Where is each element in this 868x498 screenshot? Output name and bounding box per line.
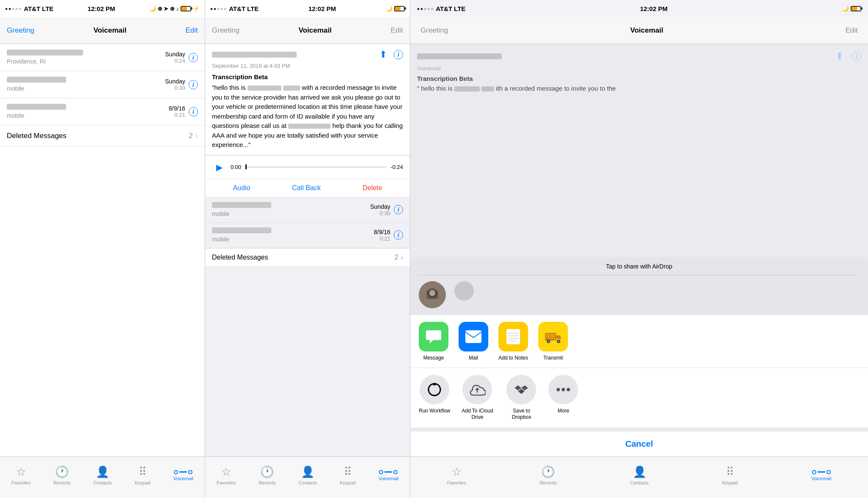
info-button[interactable]: i — [189, 80, 198, 89]
star-icon: ☆ — [221, 465, 231, 479]
info-button[interactable]: i — [189, 53, 198, 62]
tab-recents-mid[interactable]: 🕐 Recents — [259, 465, 275, 485]
info-button[interactable]: i — [394, 205, 403, 214]
voicemail-list-left: Providence, RI Sunday 0:24 i mobile Sund… — [0, 44, 205, 456]
deleted-messages-row-mid[interactable]: Deleted Messages 2 › — [205, 248, 410, 266]
info-button[interactable]: i — [189, 107, 198, 116]
tab-contacts-mid[interactable]: 👤 Contacts — [298, 465, 317, 485]
list-item[interactable]: mobile 8/9/16 0:21 i — [0, 98, 205, 125]
tab-recents-r[interactable]: 🕐 Recents — [540, 465, 556, 485]
tab-favorites-mid[interactable]: ☆ Favorites — [217, 465, 236, 485]
tab-favorites[interactable]: ☆ Favorites — [11, 465, 31, 485]
tab-favorites-r[interactable]: ☆ Favorites — [447, 465, 466, 485]
share-app-transmit[interactable]: Transmit — [538, 322, 568, 361]
caller-type: mobile — [7, 85, 24, 92]
cancel-button[interactable]: Cancel — [410, 432, 868, 456]
middle-list: mobile Sunday 0:30 i mobile 8/9/16 0:21 … — [205, 197, 410, 457]
svg-point-14 — [558, 340, 559, 342]
action-bar: Audio Call Back Delete — [205, 179, 410, 197]
transcription-label: Transcription Beta — [212, 73, 403, 80]
tab-contacts[interactable]: 👤 Contacts — [93, 465, 111, 485]
carrier-name: AT&T — [24, 5, 40, 12]
airdrop-person-1[interactable] — [419, 281, 446, 308]
share-button[interactable]: ⬆ — [379, 49, 387, 60]
person-icon: 👤 — [96, 465, 109, 479]
delete-button[interactable]: Delete — [362, 184, 382, 192]
deleted-label-mid: Deleted Messages — [212, 254, 268, 261]
tab-contacts-r[interactable]: 👤 Contacts — [630, 465, 648, 485]
clock-icon: 🕐 — [55, 465, 69, 479]
deleted-messages-row[interactable]: Deleted Messages 2 › — [0, 125, 205, 147]
vm-cir-l — [812, 470, 816, 474]
tab-recents[interactable]: 🕐 Recents — [53, 465, 70, 485]
airdrop-person-2[interactable] — [454, 281, 474, 301]
airdrop-avatar-1 — [419, 281, 446, 308]
share-app-mail[interactable]: Mail — [459, 322, 488, 361]
vm-duration: 0:24 — [165, 58, 185, 64]
tab-label-vm-r: Voicemail — [811, 476, 831, 481]
right-panel: ●●○○○ AT&T LTE 12:02 PM 🌙 Greeting Voice… — [410, 0, 868, 498]
edit-r[interactable]: Edit — [846, 26, 858, 35]
blurred-text-1 — [248, 86, 281, 91]
status-right: 🌙 ⊕ ➤ ⊕ ♪ ⚡ — [149, 6, 200, 12]
play-button[interactable]: ▶ — [212, 160, 226, 174]
icloud-svg — [469, 383, 486, 396]
carrier-r: AT&T — [436, 5, 452, 12]
share-action-more[interactable]: More — [548, 375, 578, 421]
audio-button[interactable]: Audio — [233, 184, 250, 192]
greeting-link[interactable]: Greeting — [7, 26, 34, 35]
notes-app-icon — [498, 322, 528, 351]
vm-info: mobile — [212, 227, 374, 243]
progress-bar[interactable] — [245, 166, 386, 168]
status-left-right: ●●○○○ AT&T LTE — [417, 5, 465, 12]
list-item[interactable]: Providence, RI Sunday 0:24 i — [0, 44, 205, 71]
list-item[interactable]: mobile 8/9/16 0:21 i — [205, 223, 410, 248]
speech-bubble-svg — [425, 328, 442, 345]
left-panel: ●●○○○ AT&T LTE 12:02 PM 🌙 ⊕ ➤ ⊕ ♪ ⚡ Gree… — [0, 0, 205, 498]
callback-button[interactable]: Call Back — [292, 184, 321, 192]
chevron-icon-mid: › — [401, 254, 403, 261]
mail-app-icon — [459, 322, 488, 351]
edit-button-mid[interactable]: Edit — [391, 26, 403, 35]
action-label-icloud: Add To iCloud Drive — [460, 408, 494, 421]
tab-keypad-r[interactable]: ⠿ Keypad — [722, 465, 738, 485]
tab-bar-middle: ☆ Favorites 🕐 Recents 👤 Contacts ⠿ Keypa… — [205, 456, 410, 498]
icons-r: 🌙 — [842, 6, 861, 12]
behind-transcription-label: Transcription Beta — [417, 75, 861, 82]
share-action-dropbox[interactable]: Save to Dropbox — [504, 375, 538, 421]
vm-duration: 0:30 — [165, 85, 185, 91]
action-label-dropbox: Save to Dropbox — [504, 408, 538, 421]
more-icon — [548, 375, 578, 404]
share-app-message[interactable]: Message — [419, 322, 448, 361]
status-time: 12:02 PM — [88, 5, 115, 12]
airdrop-label: Tap to share with AirDrop — [419, 263, 860, 275]
list-item[interactable]: mobile Sunday 0:30 i — [0, 71, 205, 98]
action-label-more: More — [558, 408, 569, 415]
share-app-label-transmit: Transmit — [543, 355, 563, 361]
list-item[interactable]: mobile Sunday 0:30 i — [205, 197, 410, 223]
nav-title-mid: Voicemail — [298, 26, 331, 35]
edit-button-left[interactable]: Edit — [186, 26, 198, 35]
caller-name-blur — [7, 104, 66, 110]
star-icon: ☆ — [16, 465, 26, 479]
person-icon-r: 👤 — [633, 465, 646, 479]
share-action-workflow[interactable]: Run Workflow — [419, 375, 450, 421]
tab-voicemail[interactable]: Voicemail — [173, 470, 193, 481]
greeting-r[interactable]: Greeting — [420, 26, 448, 35]
tab-keypad-mid[interactable]: ⠿ Keypad — [340, 465, 356, 485]
status-right-mid: 🌙 — [386, 6, 405, 12]
clock-icon: 🕐 — [260, 465, 274, 479]
greeting-link-mid[interactable]: Greeting — [212, 26, 239, 35]
tab-voicemail-mid[interactable]: Voicemail — [378, 470, 398, 481]
vm-circle-right — [188, 470, 192, 474]
share-action-icloud[interactable]: Add To iCloud Drive — [460, 375, 494, 421]
deleted-label: Deleted Messages — [7, 132, 67, 140]
info-button[interactable]: i — [394, 230, 403, 240]
vm-lin-m — [818, 471, 825, 473]
chevron-icon: › — [195, 131, 198, 140]
info-button-detail[interactable]: i — [394, 50, 403, 59]
tab-keypad[interactable]: ⠿ Keypad — [135, 465, 150, 485]
tab-voicemail-r[interactable]: Voicemail — [811, 470, 831, 481]
vm-cir-r — [826, 470, 831, 474]
share-app-notes[interactable]: Add to Notes — [498, 322, 528, 361]
